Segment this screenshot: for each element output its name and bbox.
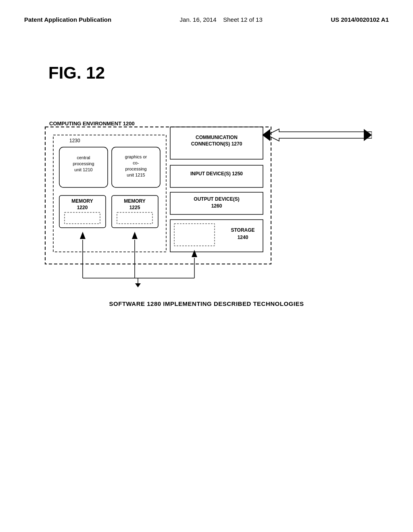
svg-text:COMMUNICATION: COMMUNICATION	[196, 135, 238, 140]
svg-rect-1	[53, 135, 166, 252]
svg-rect-14	[65, 212, 100, 224]
svg-marker-47	[135, 283, 141, 287]
svg-text:INPUT DEVICE(S) 1250: INPUT DEVICE(S) 1250	[190, 171, 243, 177]
svg-text:co-: co-	[133, 160, 139, 165]
svg-text:central: central	[77, 155, 90, 160]
svg-text:1220: 1220	[77, 205, 88, 210]
inner-box-label: 1230	[69, 138, 80, 143]
figure-label: FIG. 12	[0, 31, 413, 83]
svg-text:1225: 1225	[129, 205, 140, 210]
computing-env-label: COMPUTING ENVIRONMENT 1200	[49, 121, 135, 127]
software-label: SOFTWARE 1280 IMPLEMENTING DESCRIBED TEC…	[0, 296, 413, 311]
svg-text:1260: 1260	[211, 203, 222, 209]
svg-text:graphics or: graphics or	[125, 154, 147, 159]
svg-text:unit 1215: unit 1215	[127, 172, 145, 177]
svg-marker-41	[192, 250, 197, 257]
svg-text:MEMORY: MEMORY	[124, 198, 146, 204]
header-publication-type: Patent Application Publication	[24, 16, 111, 23]
svg-text:CONNECTION(S) 1270: CONNECTION(S) 1270	[191, 141, 242, 147]
svg-marker-35	[262, 129, 270, 141]
svg-rect-28	[174, 224, 215, 246]
diagram-area: COMPUTING ENVIRONMENT 1200 1230 central …	[0, 83, 413, 296]
svg-marker-39	[132, 232, 138, 239]
svg-text:STORAGE: STORAGE	[231, 227, 254, 233]
svg-text:OUTPUT DEVICE(S): OUTPUT DEVICE(S)	[194, 196, 239, 202]
svg-marker-34	[364, 129, 372, 141]
svg-rect-18	[117, 212, 152, 224]
diagram-svg: COMPUTING ENVIRONMENT 1200 1230 central …	[41, 115, 372, 288]
svg-marker-33	[267, 129, 372, 141]
svg-marker-37	[80, 232, 86, 239]
svg-text:processing: processing	[125, 166, 146, 171]
svg-text:1240: 1240	[238, 235, 248, 240]
svg-text:unit 1210: unit 1210	[74, 167, 92, 172]
svg-rect-27	[170, 220, 263, 252]
svg-text:processing: processing	[73, 161, 94, 166]
svg-text:MEMORY: MEMORY	[71, 198, 93, 204]
header-patent-number: US 2014/0020102 A1	[331, 16, 389, 23]
header-date-sheet: Jan. 16, 2014 Sheet 12 of 13	[180, 16, 263, 23]
page-header: Patent Application Publication Jan. 16, …	[0, 0, 413, 31]
